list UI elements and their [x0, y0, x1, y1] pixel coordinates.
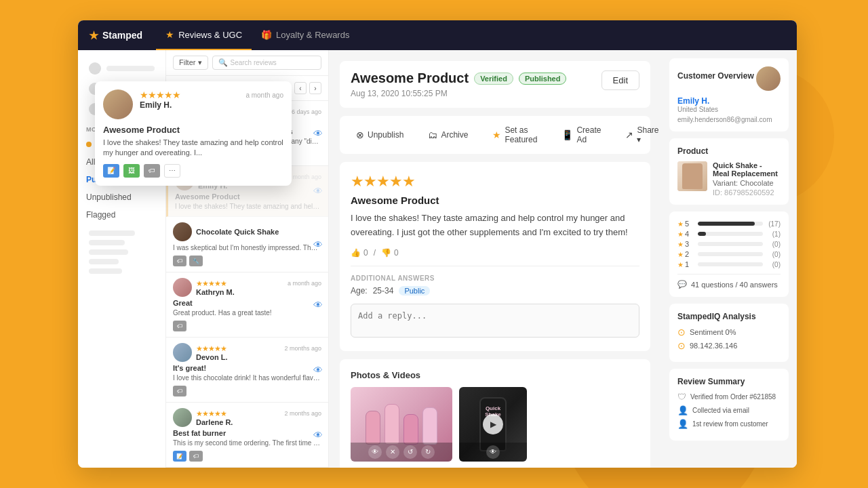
sentiment-text: Sentiment 0%: [690, 328, 736, 336]
detail-date: Aug 13, 2020 10:55:25 PM: [351, 89, 566, 98]
eye-icon-3[interactable]: 👁: [313, 239, 323, 250]
photo-rotate-right-btn[interactable]: ↻: [421, 445, 435, 459]
product-details: Quick Shake - Meal Replacement Variant: …: [713, 161, 781, 197]
filter-button[interactable]: Filter ▾: [173, 56, 208, 70]
customer-name: Emily H.: [677, 96, 781, 106]
vote-row: 👍 0 / 👎 0: [351, 248, 639, 258]
customer-email: emily.henderson86@gmail.com: [677, 116, 781, 123]
ratings-row-5: ★5 (17): [677, 220, 781, 228]
photos-title: Photos & Videos: [351, 370, 639, 380]
ratings-count-3: (0): [767, 241, 781, 248]
thumbs-up-button[interactable]: 👍 0: [351, 248, 368, 258]
photo-eye-btn-2[interactable]: 👁: [486, 445, 500, 459]
create-ad-button[interactable]: 📱 Create Ad: [556, 123, 606, 147]
list-item[interactable]: Chocolate Quick Shake I was skeptical bu…: [166, 217, 328, 272]
iq-sentiment-row: ⊙ Sentiment 0%: [677, 327, 781, 338]
action-badge-g6[interactable]: 🏷: [189, 451, 203, 462]
iq-title: StampedIQ Analysis: [677, 312, 781, 321]
archive-button[interactable]: 🗂 Archive: [422, 127, 473, 143]
star-icon-1: ★: [677, 261, 684, 268]
photo-eye-btn-1[interactable]: 👁: [368, 445, 382, 459]
reviewer-info-3: Chocolate Quick Shake: [196, 228, 321, 236]
create-ad-icon: 📱: [561, 129, 573, 140]
summary-row-2: 👤 Collected via email: [677, 405, 781, 415]
edit-button[interactable]: Edit: [601, 70, 639, 90]
sidebar-pl-6: [89, 249, 128, 255]
action-badge-g3[interactable]: 🏷: [173, 256, 186, 266]
review-title-4: Great: [173, 299, 321, 307]
reviews-panel-header: Filter ▾ 🔍 Search reviews: [166, 50, 328, 76]
review-text-4: Great product. Has a great taste!: [173, 308, 321, 317]
action-badge-g4[interactable]: 🏷: [173, 321, 186, 331]
sidebar-item-flagged[interactable]: Flagged: [78, 206, 165, 224]
popup-meta: ★★★★★ a month ago Emily H.: [140, 89, 283, 110]
set-featured-button[interactable]: ★ Set as Featured: [487, 123, 542, 147]
action-badge-g5[interactable]: 🏷: [173, 386, 186, 396]
tab-reviews-ugc[interactable]: ★ Reviews & UGC: [156, 20, 252, 50]
eye-icon-6[interactable]: 👁: [313, 430, 323, 441]
questions-row: 💬 41 questions / 40 answers: [677, 274, 781, 289]
ratings-count-1: (0): [767, 261, 781, 268]
ratings-bar-fill-5: [698, 222, 755, 226]
prev-page-button[interactable]: ‹: [294, 82, 307, 94]
reply-input[interactable]: [351, 304, 639, 338]
eye-icon-1[interactable]: 👁: [313, 128, 323, 139]
eye-icon-4[interactable]: 👁: [313, 300, 323, 310]
photo-rotate-left-btn[interactable]: ↺: [403, 445, 417, 459]
thumbs-down-button[interactable]: 👎 0: [381, 248, 399, 258]
play-button[interactable]: ▶: [483, 414, 503, 434]
ratings-label-5: ★5: [677, 220, 694, 228]
reviewer-info-4: ★★★★★ a month ago Kathryn M.: [196, 279, 321, 296]
archive-label: Archive: [441, 130, 468, 140]
star-icon-2: ★: [677, 251, 684, 258]
pagination-controls: ‹ ›: [294, 82, 321, 94]
action-badge-g3b[interactable]: 🔧: [189, 256, 203, 266]
list-item[interactable]: ★★★★★ a month ago Kathryn M. Great Great…: [166, 272, 328, 338]
popup-action-tag[interactable]: 🏷: [144, 164, 160, 178]
sidebar-pl-5: [89, 240, 125, 245]
product-variant: Variant: Chocolate: [713, 179, 781, 187]
brand-name: Stamped: [102, 30, 142, 41]
tab-loyalty-rewards[interactable]: 🎁 Loyalty & Rewards: [252, 20, 359, 50]
popup-action-img[interactable]: 🖼: [123, 164, 140, 178]
review-content-card: ★★★★★ Awesome Product I love the shakes!…: [340, 162, 650, 351]
review-time-5: 2 months ago: [284, 345, 321, 352]
avatar: [173, 222, 192, 241]
photo-overlay-1: 👁 ✕ ↺ ↻: [351, 443, 452, 462]
search-box: 🔍 Search reviews: [212, 56, 322, 70]
summary-row-3: 👤 1st review from customer: [677, 419, 781, 429]
photo-thumbnail-1: 👁 ✕ ↺ ↻: [351, 387, 452, 462]
ratings-bar-bg-2: [698, 252, 763, 256]
unpublish-button[interactable]: ⊗ Unpublish: [351, 127, 409, 143]
thumbs-up-icon: 👍: [351, 248, 361, 258]
list-item[interactable]: ★★★★★ 2 months ago Darlene R. Best fat b…: [166, 403, 328, 468]
popup-title: Awesome Product: [103, 125, 283, 135]
brand: ★ Stamped: [89, 29, 142, 42]
action-badge-b6[interactable]: 📝: [173, 451, 186, 462]
popup-action-doc[interactable]: 📝: [103, 164, 119, 178]
eye-icon-2[interactable]: 👁: [313, 186, 323, 197]
share-button[interactable]: ↗ Share ▾: [620, 123, 661, 147]
age-value: 25-34: [373, 286, 394, 296]
ratings-label-3: ★3: [677, 240, 694, 248]
ip-icon: ⊙: [677, 340, 686, 351]
list-item[interactable]: ★★★★★ 2 months ago Devon L. It's great! …: [166, 338, 328, 403]
iq-analysis-card: StampedIQ Analysis ⊙ Sentiment 0% ⊙ 98.1…: [669, 304, 789, 362]
ratings-bar-bg-3: [698, 242, 763, 246]
ratings-row-3: ★3 (0): [677, 240, 781, 248]
detail-panel: Awesome Product Verified Published Aug 1…: [329, 50, 661, 468]
popup-text: I love the shakes! They taste amazing an…: [103, 138, 283, 159]
additional-row: Age: 25-34 Public: [351, 286, 639, 296]
featured-star-icon: ★: [492, 129, 501, 140]
next-page-button[interactable]: ›: [309, 82, 321, 94]
ratings-count-5: (17): [767, 220, 781, 228]
popup-action-more[interactable]: ⋯: [164, 164, 180, 178]
search-placeholder: Search reviews: [231, 59, 277, 66]
vote-up-count: 0: [363, 248, 368, 258]
eye-icon-5[interactable]: 👁: [313, 365, 323, 375]
thumbs-down-icon: 👎: [381, 248, 391, 258]
photo-close-btn-1[interactable]: ✕: [386, 445, 399, 459]
ratings-count-2: (0): [767, 251, 781, 258]
search-icon: 🔍: [218, 58, 228, 67]
sidebar-item-unpublished[interactable]: Unpublished: [78, 188, 165, 206]
